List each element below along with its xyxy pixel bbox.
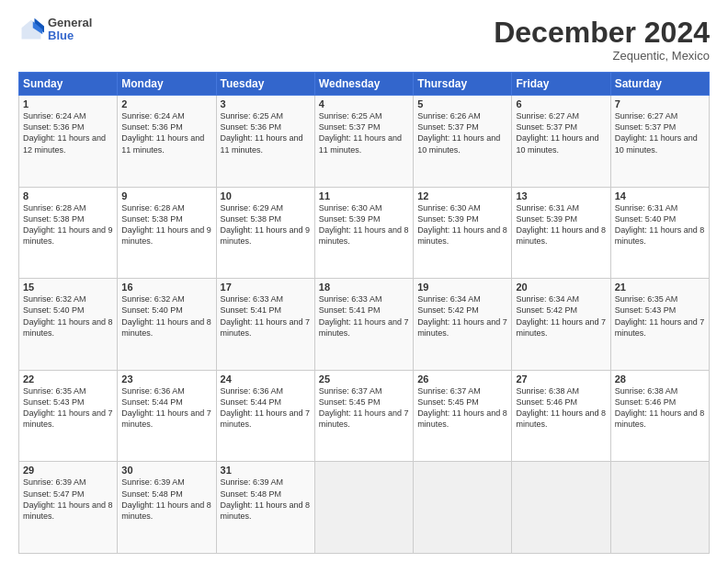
sunrise-label: Sunrise: 6:30 AM — [319, 203, 382, 213]
calendar-header-row: SundayMondayTuesdayWednesdayThursdayFrid… — [19, 73, 710, 96]
daylight-label: Daylight: 11 hours and 7 minutes. — [23, 408, 113, 429]
sunrise-label: Sunrise: 6:34 AM — [417, 294, 481, 304]
calendar-cell: 10 Sunrise: 6:29 AM Sunset: 5:38 PM Dayl… — [216, 187, 314, 279]
day-info: Sunrise: 6:25 AM Sunset: 5:37 PM Dayligh… — [319, 110, 409, 155]
calendar-cell: 19 Sunrise: 6:34 AM Sunset: 5:42 PM Dayl… — [414, 279, 512, 371]
day-number: 27 — [516, 373, 606, 385]
day-info: Sunrise: 6:39 AM Sunset: 5:47 PM Dayligh… — [23, 477, 113, 522]
calendar-day-header: Wednesday — [314, 73, 413, 96]
daylight-label: Daylight: 11 hours and 8 minutes. — [615, 225, 705, 246]
daylight-label: Daylight: 11 hours and 7 minutes. — [319, 317, 409, 338]
sunrise-label: Sunrise: 6:39 AM — [221, 477, 284, 487]
sunset-label: Sunset: 5:37 PM — [615, 122, 677, 132]
sunset-label: Sunset: 5:45 PM — [319, 397, 381, 407]
calendar-week-row: 29 Sunrise: 6:39 AM Sunset: 5:47 PM Dayl… — [19, 462, 710, 554]
day-info: Sunrise: 6:24 AM Sunset: 5:36 PM Dayligh… — [23, 110, 113, 155]
sunrise-label: Sunrise: 6:39 AM — [121, 477, 185, 487]
calendar-cell: 26 Sunrise: 6:37 AM Sunset: 5:45 PM Dayl… — [414, 370, 512, 462]
daylight-label: Daylight: 11 hours and 8 minutes. — [221, 500, 311, 521]
title-section: December 2024 Zequentic, Mexico — [494, 17, 710, 63]
calendar-cell: 3 Sunrise: 6:25 AM Sunset: 5:36 PM Dayli… — [216, 96, 314, 188]
sunrise-label: Sunrise: 6:36 AM — [121, 386, 185, 396]
calendar-cell: 24 Sunrise: 6:36 AM Sunset: 5:44 PM Dayl… — [216, 370, 314, 462]
calendar-week-row: 15 Sunrise: 6:32 AM Sunset: 5:40 PM Dayl… — [19, 279, 710, 371]
day-info: Sunrise: 6:35 AM Sunset: 5:43 PM Dayligh… — [615, 293, 705, 339]
day-info: Sunrise: 6:32 AM Sunset: 5:40 PM Dayligh… — [121, 293, 211, 339]
sunrise-label: Sunrise: 6:26 AM — [417, 111, 481, 121]
day-number: 12 — [417, 190, 507, 201]
sunset-label: Sunset: 5:38 PM — [121, 214, 183, 224]
day-number: 8 — [23, 190, 113, 201]
sunrise-label: Sunrise: 6:27 AM — [516, 111, 579, 121]
sunset-label: Sunset: 5:42 PM — [417, 305, 479, 315]
daylight-label: Daylight: 11 hours and 12 minutes. — [23, 133, 106, 154]
daylight-label: Daylight: 11 hours and 8 minutes. — [516, 225, 606, 246]
day-info: Sunrise: 6:38 AM Sunset: 5:46 PM Dayligh… — [516, 385, 606, 431]
daylight-label: Daylight: 11 hours and 7 minutes. — [319, 408, 409, 429]
day-info: Sunrise: 6:29 AM Sunset: 5:38 PM Dayligh… — [221, 202, 311, 247]
calendar-day-header: Sunday — [19, 73, 118, 96]
sunset-label: Sunset: 5:45 PM — [417, 397, 479, 407]
day-number: 18 — [319, 282, 409, 293]
calendar-week-row: 22 Sunrise: 6:35 AM Sunset: 5:43 PM Dayl… — [19, 370, 710, 462]
calendar-week-row: 1 Sunrise: 6:24 AM Sunset: 5:36 PM Dayli… — [19, 96, 710, 188]
day-number: 23 — [121, 373, 211, 385]
daylight-label: Daylight: 11 hours and 7 minutes. — [221, 408, 311, 429]
calendar-week-row: 8 Sunrise: 6:28 AM Sunset: 5:38 PM Dayli… — [19, 187, 710, 279]
calendar-cell: 12 Sunrise: 6:30 AM Sunset: 5:39 PM Dayl… — [414, 187, 512, 279]
day-info: Sunrise: 6:25 AM Sunset: 5:36 PM Dayligh… — [221, 110, 311, 155]
sunrise-label: Sunrise: 6:36 AM — [221, 386, 284, 396]
daylight-label: Daylight: 11 hours and 10 minutes. — [615, 133, 698, 154]
day-number: 21 — [615, 282, 705, 293]
daylight-label: Daylight: 11 hours and 7 minutes. — [417, 317, 507, 338]
sunrise-label: Sunrise: 6:28 AM — [121, 203, 185, 213]
daylight-label: Daylight: 11 hours and 8 minutes. — [417, 408, 507, 429]
calendar-cell: 2 Sunrise: 6:24 AM Sunset: 5:36 PM Dayli… — [118, 96, 216, 188]
sunrise-label: Sunrise: 6:37 AM — [319, 386, 382, 396]
day-info: Sunrise: 6:30 AM Sunset: 5:39 PM Dayligh… — [417, 202, 507, 247]
day-number: 22 — [23, 373, 113, 385]
calendar-day-header: Saturday — [610, 73, 709, 96]
sunset-label: Sunset: 5:38 PM — [221, 214, 282, 224]
sunrise-label: Sunrise: 6:33 AM — [221, 294, 284, 304]
sunset-label: Sunset: 5:48 PM — [121, 489, 183, 499]
sunset-label: Sunset: 5:46 PM — [516, 397, 577, 407]
day-info: Sunrise: 6:27 AM Sunset: 5:37 PM Dayligh… — [516, 110, 606, 155]
day-info: Sunrise: 6:37 AM Sunset: 5:45 PM Dayligh… — [417, 385, 507, 431]
logo-line1: General — [48, 17, 92, 29]
calendar-cell: 4 Sunrise: 6:25 AM Sunset: 5:37 PM Dayli… — [314, 96, 413, 188]
day-number: 26 — [417, 373, 507, 385]
day-info: Sunrise: 6:33 AM Sunset: 5:41 PM Dayligh… — [319, 293, 409, 339]
day-info: Sunrise: 6:33 AM Sunset: 5:41 PM Dayligh… — [221, 293, 311, 339]
day-info: Sunrise: 6:28 AM Sunset: 5:38 PM Dayligh… — [23, 202, 113, 247]
day-number: 15 — [23, 282, 113, 293]
day-number: 7 — [615, 98, 705, 109]
calendar-table: SundayMondayTuesdayWednesdayThursdayFrid… — [18, 72, 710, 554]
daylight-label: Daylight: 11 hours and 8 minutes. — [121, 317, 211, 338]
sunset-label: Sunset: 5:36 PM — [23, 122, 85, 132]
day-number: 4 — [319, 98, 409, 109]
day-number: 28 — [615, 373, 705, 385]
sunset-label: Sunset: 5:37 PM — [516, 122, 577, 132]
daylight-label: Daylight: 11 hours and 11 minutes. — [319, 133, 402, 154]
day-info: Sunrise: 6:31 AM Sunset: 5:39 PM Dayligh… — [516, 202, 606, 247]
logo-text: General Blue — [48, 17, 92, 43]
sunset-label: Sunset: 5:40 PM — [615, 214, 677, 224]
calendar-cell: 27 Sunrise: 6:38 AM Sunset: 5:46 PM Dayl… — [512, 370, 610, 462]
daylight-label: Daylight: 11 hours and 9 minutes. — [121, 225, 211, 246]
calendar-day-header: Thursday — [414, 73, 512, 96]
calendar-cell — [512, 462, 610, 554]
daylight-label: Daylight: 11 hours and 9 minutes. — [23, 225, 113, 246]
daylight-label: Daylight: 11 hours and 9 minutes. — [221, 225, 311, 246]
calendar-day-header: Tuesday — [216, 73, 314, 96]
calendar-cell: 31 Sunrise: 6:39 AM Sunset: 5:48 PM Dayl… — [216, 462, 314, 554]
daylight-label: Daylight: 11 hours and 8 minutes. — [23, 317, 113, 338]
day-info: Sunrise: 6:36 AM Sunset: 5:44 PM Dayligh… — [121, 385, 211, 431]
sunset-label: Sunset: 5:41 PM — [319, 305, 381, 315]
day-number: 2 — [121, 98, 211, 109]
sunrise-label: Sunrise: 6:31 AM — [516, 203, 579, 213]
sunset-label: Sunset: 5:39 PM — [319, 214, 381, 224]
daylight-label: Daylight: 11 hours and 8 minutes. — [121, 500, 211, 521]
location: Zequentic, Mexico — [494, 49, 710, 63]
daylight-label: Daylight: 11 hours and 8 minutes. — [417, 225, 507, 246]
